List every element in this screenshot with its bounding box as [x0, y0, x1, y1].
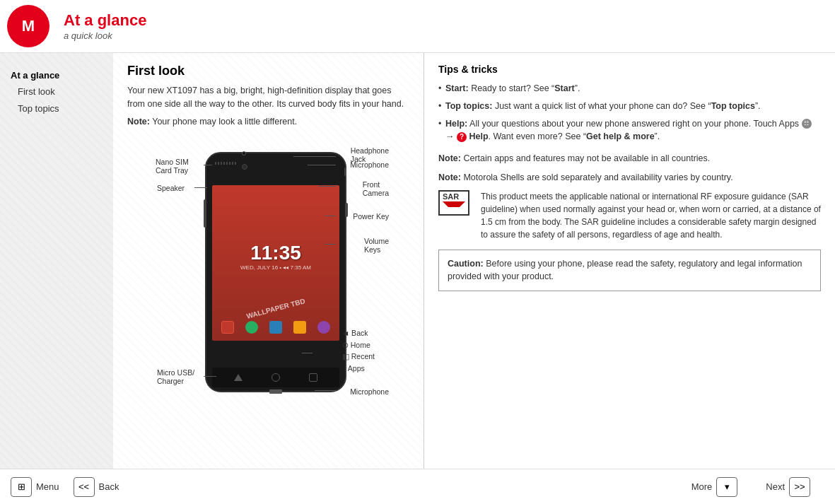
tip-help-link: Get help & more	[586, 131, 655, 141]
note2: Note: Motorola Shells are sold separatel…	[438, 171, 821, 184]
note1-text: Certain apps and features may not be ava…	[463, 153, 710, 163]
label-nav-keys: ◄ Back ⊙ Home ◧ Recent Apps	[342, 327, 375, 375]
label-speaker: Speaker	[157, 184, 185, 192]
label-microphone-bottom: Microphone	[350, 387, 389, 396]
menu-label: Menu	[36, 481, 59, 492]
phone-diagram: 11:35 WED, JULY 16 • ◂◂ 7:35 AM WALLPAPE…	[156, 145, 396, 399]
sidebar-item-first-look[interactable]: First look	[11, 83, 103, 100]
tips-list: Start: Ready to start? See “Start”. Top …	[438, 82, 821, 143]
tip-top-topics-label: Top topics:	[445, 101, 492, 111]
label-power-key: Power Key	[353, 212, 389, 221]
tip-start: Start: Ready to start? See “Start”.	[438, 82, 821, 95]
tip-start-link: Start	[554, 83, 574, 93]
motorola-logo: M	[7, 5, 49, 47]
first-look-body: Your new XT1097 has a big, bright, high-…	[127, 84, 409, 111]
phone-time: 11:35	[250, 242, 301, 264]
back-icon: <<	[74, 477, 95, 497]
header-text: At a glance a quick look	[64, 11, 146, 40]
label-nano-sim: Nano SIMCard Tray	[156, 158, 189, 175]
tip-start-label: Start:	[445, 83, 469, 93]
next-label: Next	[766, 481, 785, 492]
svg-text:M: M	[22, 17, 35, 35]
phone-date: WED, JULY 16 • ◂◂ 7:35 AM	[240, 264, 311, 271]
note1: Note: Certain apps and features may not …	[438, 152, 821, 165]
sidebar: At a glance First look Top topics	[0, 53, 113, 469]
tips-title: Tips & tricks	[438, 64, 821, 75]
first-look-title: First look	[127, 64, 409, 78]
caution-body: Before using your phone, please read the…	[448, 259, 802, 282]
header: M At a glance a quick look	[0, 0, 835, 53]
back-button[interactable]: << Back	[74, 477, 119, 497]
more-button[interactable]: More ▾	[691, 477, 738, 497]
caution-label: Caution:	[448, 259, 484, 269]
tip-top-topics: Top topics: Just want a quick list of wh…	[438, 100, 821, 113]
note2-text: Motorola Shells are sold separately and …	[463, 172, 732, 182]
next-icon: >>	[789, 477, 810, 497]
caution-text: Caution: Before using your phone, please…	[448, 257, 812, 284]
main-content: First look Your new XT1097 has a big, br…	[113, 53, 835, 469]
sidebar-item-top-topics[interactable]: Top topics	[11, 100, 103, 117]
caution-box: Caution: Before using your phone, please…	[438, 250, 821, 292]
tip-help-label: Help:	[445, 119, 467, 129]
left-panel: First look Your new XT1097 has a big, br…	[113, 53, 424, 469]
note2-label: Note:	[438, 172, 461, 182]
first-look-note: Note: Your phone may look a little diffe…	[127, 115, 409, 129]
page-title: At a glance	[64, 11, 146, 30]
tip-help: Help: All your questions about your new …	[438, 117, 821, 144]
more-icon: ▾	[716, 477, 737, 497]
note1-label: Note:	[438, 153, 461, 163]
more-label: More	[691, 481, 713, 492]
sar-text: This product meets the applicable nation…	[481, 190, 821, 241]
right-panel: Tips & tricks Start: Ready to start? See…	[424, 53, 835, 469]
label-microphone-top: Microphone	[350, 160, 389, 169]
tip-top-topics-link: Top topics	[711, 101, 755, 111]
page-subtitle: a quick look	[64, 30, 146, 41]
sidebar-item-at-a-glance[interactable]: At a glance	[11, 67, 103, 83]
label-volume-keys: VolumeKeys	[364, 237, 389, 254]
footer: ⊞ Menu << Back More ▾ Next >>	[0, 469, 835, 504]
back-label: Back	[99, 481, 119, 492]
sar-section: SAR This product meets the applicable na…	[438, 190, 821, 241]
sar-logo-text: SAR	[438, 190, 469, 216]
label-front-camera: FrontCamera	[363, 180, 389, 197]
menu-button[interactable]: ⊞ Menu	[11, 477, 59, 497]
label-micro-usb: Micro USB/Charger	[157, 368, 194, 385]
sar-logo: SAR	[438, 190, 474, 216]
footer-right: More ▾ Next >>	[691, 477, 824, 497]
apps-icon: ☷	[802, 119, 812, 129]
help-icon: ?	[457, 132, 467, 142]
menu-icon: ⊞	[11, 477, 32, 497]
next-button[interactable]: Next >>	[766, 477, 810, 497]
